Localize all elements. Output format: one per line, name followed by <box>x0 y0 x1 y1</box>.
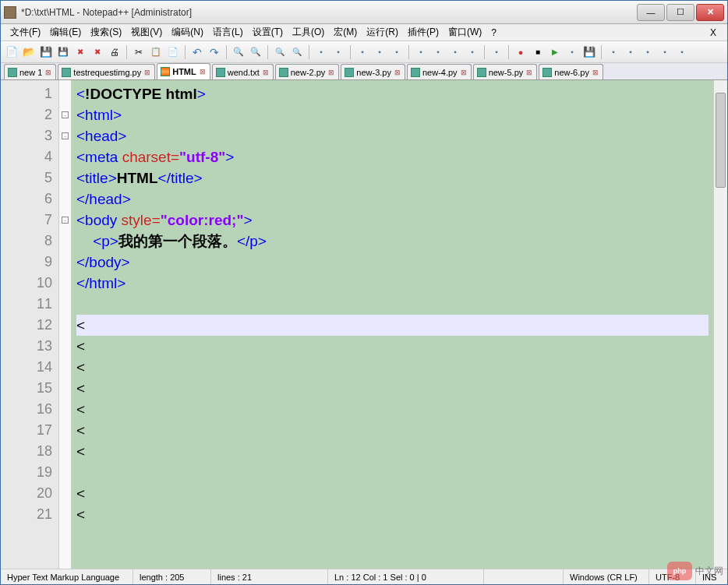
wordwrap-icon[interactable] <box>355 44 370 60</box>
code-line[interactable]: < <box>76 504 709 525</box>
code-line[interactable]: < <box>76 483 709 504</box>
line-number[interactable]: 4 <box>1 146 52 167</box>
tab-testrequestimg-py[interactable]: testrequestimg.py⊠ <box>58 64 155 79</box>
code-line[interactable]: <meta charset="utf-8"> <box>76 146 709 167</box>
code-line[interactable]: <html> <box>76 104 709 125</box>
play-multi-icon[interactable] <box>564 44 580 60</box>
play-macro-icon[interactable] <box>547 44 563 60</box>
minimize-button[interactable]: — <box>637 4 665 21</box>
line-number[interactable]: 13 <box>1 336 52 357</box>
code-line[interactable]: <p>我的第一个段落。</p> <box>76 231 709 252</box>
extra1-icon[interactable] <box>606 44 621 60</box>
code-line[interactable] <box>76 294 709 315</box>
code-line[interactable]: < <box>76 315 709 336</box>
extra5-icon[interactable] <box>674 44 690 60</box>
menu-macro[interactable]: 宏(M) <box>329 24 362 41</box>
code-line[interactable]: < <box>76 420 709 441</box>
showall-icon[interactable] <box>372 44 387 60</box>
close-file-icon[interactable] <box>72 44 88 60</box>
tab-new-3-py[interactable]: new-3.py⊠ <box>341 64 405 79</box>
open-file-icon[interactable] <box>21 44 37 60</box>
close-all-icon[interactable] <box>90 44 105 60</box>
zoom-in-icon[interactable] <box>272 44 288 60</box>
undo-icon[interactable] <box>189 44 205 60</box>
stop-macro-icon[interactable] <box>530 44 546 60</box>
code-line[interactable]: < <box>76 441 709 462</box>
menu-view[interactable]: 视图(V) <box>126 24 167 41</box>
code-line[interactable]: <title>HTML</title> <box>76 167 709 189</box>
line-number[interactable]: 11 <box>1 294 52 315</box>
replace-icon[interactable] <box>248 44 263 60</box>
fold-minus-icon[interactable]: - <box>62 111 69 118</box>
code-line[interactable]: </html> <box>76 273 709 294</box>
tab-new-4-py[interactable]: new-4.py⊠ <box>407 64 472 79</box>
line-number-gutter[interactable]: 123456789101112131415161718192021 <box>1 80 59 569</box>
find-icon[interactable] <box>231 44 246 60</box>
tab-close-icon[interactable]: ⊠ <box>44 69 52 76</box>
menu-run[interactable]: 运行(R) <box>362 24 403 41</box>
menu-help[interactable]: ? <box>486 26 501 40</box>
line-number[interactable]: 1 <box>1 83 52 104</box>
tab-close-icon[interactable]: ⊠ <box>592 69 599 76</box>
print-icon[interactable] <box>107 44 122 60</box>
fold-marker[interactable]: - <box>59 210 71 231</box>
copy-icon[interactable] <box>148 44 164 60</box>
folder-icon[interactable] <box>465 44 480 60</box>
tab-close-icon[interactable]: ⊠ <box>525 69 533 76</box>
line-number[interactable]: 19 <box>1 462 52 483</box>
save-macro-icon[interactable] <box>581 44 597 60</box>
line-number[interactable]: 20 <box>1 483 52 504</box>
docmap-icon[interactable] <box>430 44 446 60</box>
fold-marker[interactable]: - <box>59 104 71 125</box>
line-number[interactable]: 18 <box>1 441 52 462</box>
fold-column[interactable]: --- <box>59 80 72 569</box>
tab-close-icon[interactable]: ⊠ <box>394 69 401 76</box>
line-number[interactable]: 10 <box>1 273 52 294</box>
titlebar[interactable]: *D:\txt\HTML - Notepad++ [Administrator]… <box>1 1 727 24</box>
close-button[interactable]: ✕ <box>696 4 724 21</box>
line-number[interactable]: 16 <box>1 399 52 420</box>
sync-h-icon[interactable] <box>330 44 346 60</box>
userlang-icon[interactable] <box>413 44 429 60</box>
line-number[interactable]: 7 <box>1 210 52 231</box>
menu-encoding[interactable]: 编码(N) <box>167 24 208 41</box>
extra3-icon[interactable] <box>640 44 656 60</box>
paste-icon[interactable] <box>165 44 181 60</box>
funclist-icon[interactable] <box>447 44 463 60</box>
sync-v-icon[interactable] <box>313 44 329 60</box>
menu-tools[interactable]: 工具(O) <box>288 24 329 41</box>
tab-new-6-py[interactable]: new-6.py⊠ <box>539 64 603 79</box>
extra2-icon[interactable] <box>623 44 638 60</box>
line-number[interactable]: 15 <box>1 378 52 399</box>
menu-language[interactable]: 语言(L) <box>208 24 248 41</box>
indent-guide-icon[interactable] <box>389 44 405 60</box>
code-line[interactable]: < <box>76 357 709 378</box>
fold-minus-icon[interactable]: - <box>62 217 69 224</box>
line-number[interactable]: 6 <box>1 189 52 210</box>
tab-close-icon[interactable]: ⊠ <box>460 69 468 76</box>
tab-new-5-py[interactable]: new-5.py⊠ <box>473 64 538 79</box>
fold-minus-icon[interactable]: - <box>62 132 69 139</box>
status-eol[interactable]: Windows (CR LF) <box>564 569 649 584</box>
zoom-out-icon[interactable] <box>289 44 305 60</box>
menu-file[interactable]: 文件(F) <box>5 24 45 41</box>
maximize-button[interactable]: ☐ <box>666 4 694 21</box>
code-line[interactable]: <head> <box>76 125 709 146</box>
line-number[interactable]: 12 <box>1 315 52 336</box>
tab-html[interactable]: HTML⊠ <box>157 63 210 79</box>
line-number[interactable]: 9 <box>1 252 52 273</box>
tab-close-icon[interactable]: ⊠ <box>327 69 335 76</box>
code-line[interactable]: < <box>76 378 709 399</box>
tab-new-2-py[interactable]: new-2.py⊠ <box>275 64 340 79</box>
line-number[interactable]: 8 <box>1 231 52 252</box>
tab-new-1[interactable]: new 1⊠ <box>4 64 56 79</box>
monitor-icon[interactable] <box>489 44 504 60</box>
menu-search[interactable]: 搜索(S) <box>86 24 126 41</box>
vertical-scrollbar[interactable] <box>713 80 727 569</box>
fold-marker[interactable]: - <box>59 125 71 146</box>
line-number[interactable]: 21 <box>1 504 52 525</box>
code-line[interactable]: < <box>76 336 709 357</box>
line-number[interactable]: 17 <box>1 420 52 441</box>
save-all-icon[interactable] <box>55 44 71 60</box>
menu-edit[interactable]: 编辑(E) <box>45 24 86 41</box>
